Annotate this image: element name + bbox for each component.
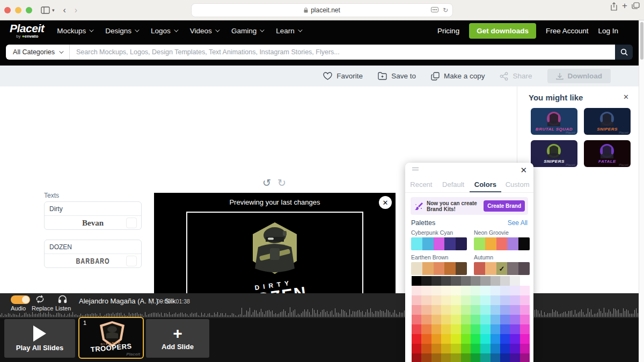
color-cell[interactable] <box>421 334 431 344</box>
palette-color-swatch[interactable] <box>485 262 496 275</box>
placeit-logo[interactable]: Placeit by ●envato <box>10 23 44 39</box>
color-cell[interactable] <box>431 344 441 353</box>
color-cell[interactable] <box>441 305 451 315</box>
share-icon[interactable] <box>610 2 618 12</box>
play-all-slides-button[interactable]: Play All Slides <box>4 319 75 358</box>
color-cell[interactable] <box>441 295 451 305</box>
reload-icon[interactable]: ↻ <box>443 6 448 14</box>
save-to-button[interactable]: Save to <box>378 72 416 80</box>
color-cell[interactable] <box>451 353 460 362</box>
add-slide-button[interactable]: + Add Slide <box>146 319 209 358</box>
color-cell[interactable] <box>471 315 480 324</box>
palette-color-swatch[interactable] <box>474 237 485 250</box>
free-account-link[interactable]: Free Account <box>546 27 589 35</box>
color-cell[interactable] <box>520 344 530 353</box>
replace-label[interactable]: Replace <box>32 305 53 312</box>
color-cell[interactable] <box>520 315 530 324</box>
color-cell[interactable] <box>412 305 421 315</box>
color-cell[interactable] <box>431 353 441 362</box>
color-cell[interactable] <box>461 276 471 286</box>
category-dropdown[interactable]: All Categories <box>6 45 70 60</box>
see-all-link[interactable]: See All <box>508 219 528 227</box>
color-cell[interactable] <box>421 295 431 305</box>
close-preview-button[interactable]: ✕ <box>379 196 392 209</box>
color-cell[interactable] <box>480 344 490 353</box>
color-cell[interactable] <box>441 286 451 295</box>
forward-button[interactable]: › <box>75 5 77 15</box>
favorite-button[interactable]: Favorite <box>323 72 363 80</box>
palette-color-swatch[interactable] <box>411 237 422 250</box>
color-cell[interactable] <box>431 334 441 344</box>
search-button[interactable] <box>615 45 633 60</box>
palette-color-swatch[interactable] <box>485 237 496 250</box>
page-scrollbar[interactable] <box>639 20 644 362</box>
palette-color-swatch[interactable] <box>411 262 422 275</box>
minimize-window-button[interactable] <box>15 7 21 13</box>
color-cell[interactable] <box>500 305 510 315</box>
color-cell[interactable] <box>421 286 431 295</box>
replace-icon[interactable] <box>35 295 45 306</box>
color-cell[interactable] <box>491 353 500 362</box>
color-cell[interactable] <box>471 324 480 334</box>
color-cell[interactable] <box>441 315 451 324</box>
text-input[interactable]: Dirty <box>45 202 141 216</box>
color-cell[interactable] <box>491 334 500 344</box>
nav-item-designs[interactable]: Designs <box>100 23 143 39</box>
color-cell[interactable] <box>520 276 530 286</box>
palette-color-swatch[interactable] <box>444 262 456 275</box>
color-cell[interactable] <box>500 334 510 344</box>
drag-handle[interactable] <box>412 168 419 172</box>
color-cell[interactable] <box>412 315 421 324</box>
close-window-button[interactable] <box>4 7 11 13</box>
color-cell[interactable] <box>412 344 421 353</box>
download-button[interactable]: Download <box>547 69 611 83</box>
chevron-down-icon[interactable]: ▾ <box>52 8 55 13</box>
color-cell[interactable] <box>480 295 490 305</box>
color-cell[interactable] <box>451 344 460 353</box>
color-cell[interactable] <box>412 334 421 344</box>
color-cell[interactable] <box>520 305 530 315</box>
color-cell[interactable] <box>451 276 460 286</box>
listen-label[interactable]: Listen <box>55 305 71 312</box>
text-input[interactable]: DOZEN <box>45 240 141 254</box>
color-cell[interactable] <box>461 315 471 324</box>
color-cell[interactable] <box>510 295 519 305</box>
palette-color-swatch[interactable] <box>422 262 434 275</box>
color-cell[interactable] <box>441 324 451 334</box>
suggested-template-thumbnail[interactable]: SNIPERSPlaceit <box>531 140 577 167</box>
color-cell[interactable] <box>421 324 431 334</box>
color-cell[interactable] <box>471 305 480 315</box>
nav-item-videos[interactable]: Videos <box>185 23 224 39</box>
color-cell[interactable] <box>421 305 431 315</box>
color-cell[interactable] <box>451 334 460 344</box>
audio-waveform[interactable] <box>0 306 644 317</box>
palette-color-swatch[interactable] <box>507 262 518 275</box>
log-in-link[interactable]: Log In <box>598 27 618 35</box>
color-cell[interactable] <box>412 295 421 305</box>
suggested-template-thumbnail[interactable]: FATALEPlaceit <box>584 140 631 167</box>
color-cell[interactable] <box>500 276 510 286</box>
zoom-window-button[interactable] <box>26 7 32 13</box>
color-cell[interactable] <box>500 295 510 305</box>
share-button[interactable]: Share <box>500 72 532 81</box>
color-cell[interactable] <box>491 305 500 315</box>
tab-custom[interactable]: Custom <box>501 177 533 192</box>
search-input[interactable] <box>70 45 615 60</box>
color-cell[interactable] <box>441 344 451 353</box>
color-cell[interactable] <box>451 286 460 295</box>
tab-default[interactable]: Default <box>437 177 470 192</box>
font-options-button[interactable] <box>126 256 137 266</box>
close-suggestions-button[interactable]: ✕ <box>623 93 629 101</box>
color-cell[interactable] <box>471 286 480 295</box>
color-cell[interactable] <box>510 324 519 334</box>
color-cell[interactable] <box>520 334 530 344</box>
font-row[interactable]: BARBARO <box>45 254 141 268</box>
color-cell[interactable] <box>451 305 460 315</box>
color-cell[interactable] <box>421 344 431 353</box>
tab-recent[interactable]: Recent <box>405 177 437 192</box>
tab-colors[interactable]: Colors <box>470 177 502 192</box>
color-cell[interactable] <box>412 286 421 295</box>
palette-color-swatch[interactable] <box>456 262 467 275</box>
color-cell[interactable] <box>412 324 421 334</box>
close-colors-panel-button[interactable]: ✕ <box>520 165 527 175</box>
